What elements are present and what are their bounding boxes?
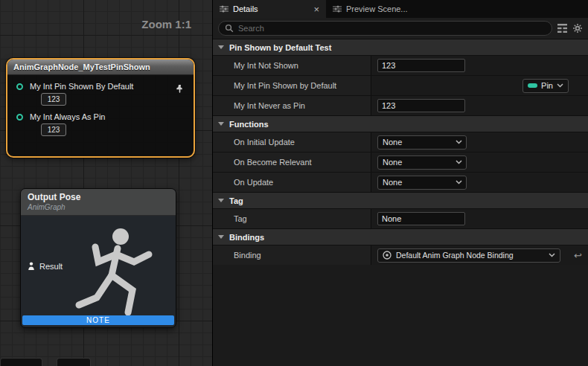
chevron-down-icon <box>557 83 563 88</box>
anim-graph-canvas[interactable]: Zoom 1:1 AnimGraphNode_MyTestPinShown My… <box>0 0 212 366</box>
search-input[interactable] <box>238 24 546 33</box>
section-bindings[interactable]: Bindings <box>213 228 588 245</box>
search-row <box>213 18 588 39</box>
zoom-indicator: Zoom 1:1 <box>141 18 191 30</box>
my-int-never-as-pin-input[interactable] <box>377 99 465 112</box>
int-pin-icon[interactable] <box>16 114 23 121</box>
property-value: Default Anim Graph Node Binding ↩ <box>371 245 588 265</box>
node-title: Output Pose <box>28 192 169 202</box>
tab-details[interactable]: Details × <box>213 0 326 18</box>
chevron-down-icon <box>549 253 555 257</box>
section-tag[interactable]: Tag <box>213 192 588 208</box>
gear-icon[interactable] <box>572 23 583 33</box>
chevron-down-icon <box>452 140 466 144</box>
property-name: My Int Never as Pin <box>213 96 371 115</box>
result-pose-pin[interactable]: Result <box>28 262 63 271</box>
property-name: On Become Relevant <box>213 152 371 172</box>
search-icon <box>225 24 234 33</box>
node-header[interactable]: AnimGraphNode_MyTestPinShown <box>7 60 194 75</box>
pose-person-icon <box>28 262 35 271</box>
result-pin-label: Result <box>39 262 63 271</box>
on-initial-update-dropdown[interactable]: None <box>377 135 467 150</box>
chevron-down-icon <box>218 45 224 49</box>
property-name: Tag <box>213 209 371 228</box>
pin-row[interactable]: My Int Always As Pin <box>16 112 194 121</box>
chevron-down-icon <box>452 180 466 184</box>
section-pin-shown-by-default-test[interactable]: Pin Shown by Default Test <box>213 39 588 55</box>
mannequin-preview-image <box>73 225 166 325</box>
tab-preview-scene[interactable]: Preview Scene... <box>326 0 438 18</box>
tab-label: Preview Scene... <box>346 4 408 13</box>
on-update-dropdown[interactable]: None <box>377 176 467 190</box>
chevron-down-icon <box>452 160 466 164</box>
section-title: Bindings <box>229 233 264 242</box>
tag-input[interactable] <box>377 212 465 225</box>
node-header[interactable]: Output Pose AnimGraph <box>21 189 176 216</box>
property-value: None <box>371 173 588 192</box>
property-value <box>371 96 588 115</box>
property-row: On Become Relevant None <box>213 152 588 172</box>
partial-node[interactable] <box>57 358 91 366</box>
partial-node[interactable] <box>0 358 42 366</box>
node-anim-graph-test[interactable]: AnimGraphNode_MyTestPinShown My Int Pin … <box>6 58 195 158</box>
chevron-down-icon <box>218 122 224 126</box>
property-row: On Update None <box>213 172 588 192</box>
close-icon[interactable]: × <box>313 4 319 14</box>
note-bar[interactable]: NOTE <box>22 315 174 325</box>
reset-to-default-icon[interactable]: ↩ <box>574 251 582 260</box>
pin-mode-dropdown[interactable]: Pin <box>523 79 569 93</box>
pin-label: My Int Always As Pin <box>30 112 105 121</box>
display-filter-icon[interactable] <box>557 24 567 33</box>
property-value: None <box>371 132 588 152</box>
details-panel: Details × Preview Scene... <box>212 0 588 366</box>
unreal-editor-window: Zoom 1:1 AnimGraphNode_MyTestPinShown My… <box>0 0 588 366</box>
section-functions[interactable]: Functions <box>213 115 588 132</box>
section-title: Tag <box>229 196 243 205</box>
node-subtitle: AnimGraph <box>28 203 169 211</box>
property-list: Pin Shown by Default Test My Int Not Sho… <box>213 39 588 366</box>
on-become-relevant-dropdown[interactable]: None <box>377 155 467 170</box>
pin-capsule-icon <box>528 83 537 88</box>
pin-value-input[interactable] <box>41 123 66 136</box>
property-name: On Update <box>213 173 371 192</box>
property-row: Binding Default Anim Graph Node Binding … <box>213 245 588 265</box>
property-row: My Int Never as Pin <box>213 95 588 115</box>
pin-row[interactable]: My Int Pin Shown By Default <box>16 82 194 91</box>
property-value: None <box>371 152 588 172</box>
tab-label: Details <box>233 4 258 13</box>
binding-dropdown[interactable]: Default Anim Graph Node Binding <box>377 248 560 263</box>
chevron-down-icon <box>218 235 224 239</box>
thumbtack-pin-icon[interactable] <box>176 84 184 94</box>
my-int-not-shown-input[interactable] <box>377 59 465 72</box>
pin-label: My Int Pin Shown By Default <box>30 82 133 91</box>
property-value <box>371 209 588 228</box>
property-name: My Int Not Shown <box>213 56 371 75</box>
property-value: Pin <box>371 76 588 95</box>
panel-tab-bar: Details × Preview Scene... <box>213 0 588 18</box>
property-value <box>371 56 588 75</box>
search-box[interactable] <box>218 21 552 36</box>
property-name: On Initial Update <box>213 132 371 152</box>
property-row: My Int Not Shown <box>213 55 588 75</box>
chevron-down-icon <box>218 199 224 202</box>
details-tab-icon <box>220 5 229 13</box>
property-row: Tag <box>213 208 588 228</box>
int-pin-icon[interactable] <box>16 83 23 90</box>
node-output-pose[interactable]: Output Pose AnimGraph <box>20 188 176 328</box>
property-row: On Initial Update None <box>213 132 588 152</box>
note-label: NOTE <box>86 316 110 324</box>
binding-icon <box>383 251 392 260</box>
property-name: Binding <box>213 245 371 265</box>
node-title: AnimGraphNode_MyTestPinShown <box>13 62 150 71</box>
property-name: My Int Pin Shown by Default <box>213 76 371 95</box>
pin-value-input[interactable] <box>41 93 66 106</box>
section-title: Functions <box>229 120 269 129</box>
property-row: My Int Pin Shown by Default Pin <box>213 75 588 95</box>
preview-scene-tab-icon <box>333 5 342 13</box>
section-title: Pin Shown by Default Test <box>229 43 331 52</box>
